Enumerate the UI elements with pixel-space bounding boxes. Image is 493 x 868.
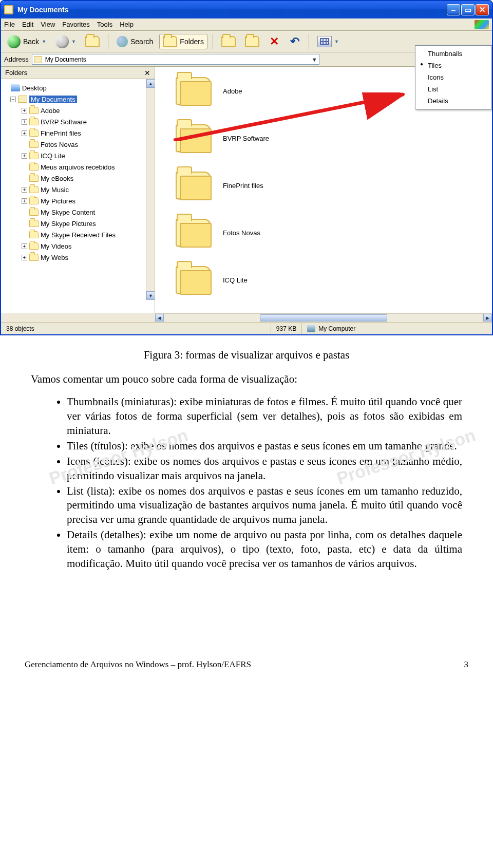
- folder-icon: [176, 124, 211, 152]
- folders-pane-title: Folders: [5, 69, 27, 77]
- back-button[interactable]: Back ▼: [4, 33, 49, 50]
- horizontal-scrollbar[interactable]: ◀ ▶: [155, 313, 492, 322]
- chevron-down-icon[interactable]: ▼: [312, 56, 317, 63]
- maximize-button[interactable]: ▭: [461, 4, 475, 15]
- tree-label: My Documents: [29, 96, 77, 103]
- folders-pane: Folders ✕ ▲ ▼ Desktop − My Documents +Ad…: [1, 67, 155, 313]
- address-field[interactable]: My Documents ▼: [32, 54, 319, 65]
- back-label: Back: [23, 37, 39, 46]
- toolbar-separator: [108, 34, 108, 49]
- tree-node[interactable]: +BVRP Software: [1, 116, 155, 127]
- tree-node[interactable]: +ICQ Lite: [1, 150, 155, 161]
- copy-to-button[interactable]: [242, 34, 262, 49]
- close-button[interactable]: ✕: [476, 4, 489, 15]
- list-item: Details (detalhes): exibe um nome de arq…: [67, 528, 462, 571]
- close-pane-button[interactable]: ✕: [144, 69, 150, 77]
- move-to-icon: [221, 36, 236, 47]
- tile-label: ICQ Lite: [223, 276, 248, 284]
- views-menu-item[interactable]: Details: [418, 95, 489, 107]
- tree-node-my-documents[interactable]: − My Documents: [1, 93, 155, 105]
- views-button[interactable]: ▼: [314, 34, 342, 49]
- expand-icon[interactable]: +: [22, 198, 27, 204]
- document-body: Figura 3: formas de visualizar arquivos …: [0, 345, 493, 571]
- search-button[interactable]: Search: [113, 34, 156, 49]
- menu-file[interactable]: File: [4, 21, 15, 28]
- my-documents-icon: [34, 56, 42, 63]
- list-item: List (lista): exibe os nomes dos arquivo…: [67, 484, 462, 527]
- toolbar-separator: [309, 34, 309, 49]
- tree-label: Fotos Novas: [41, 141, 78, 148]
- tree-node[interactable]: +My Videos: [1, 240, 155, 252]
- tile-item[interactable]: FinePrint files: [176, 172, 492, 199]
- tree-node[interactable]: Fotos Novas: [1, 139, 155, 150]
- folder-icon: [29, 129, 39, 137]
- delete-icon: ✕: [269, 36, 280, 47]
- expand-icon[interactable]: +: [22, 130, 27, 136]
- menu-tools[interactable]: Tools: [97, 21, 112, 28]
- expand-icon[interactable]: +: [22, 243, 27, 249]
- intro-paragraph: Vamos comentar um pouco sobre cada forma…: [31, 373, 462, 386]
- forward-button[interactable]: ▼: [52, 33, 79, 50]
- folder-icon: [29, 209, 39, 216]
- copy-to-icon: [245, 36, 259, 47]
- chevron-down-icon: ▼: [334, 39, 339, 44]
- scroll-up-icon[interactable]: ▲: [146, 79, 155, 88]
- bullet-list: Thumbnails (miniaturas): exibe miniatura…: [52, 395, 462, 571]
- minimize-button[interactable]: –: [447, 4, 460, 15]
- tile-item[interactable]: Fotos Novas: [176, 219, 492, 247]
- collapse-icon[interactable]: −: [10, 97, 16, 102]
- tree-node[interactable]: +My Music: [1, 184, 155, 195]
- tree-node[interactable]: Meus arquivos recebidos: [1, 161, 155, 173]
- tree-node[interactable]: +FinePrint files: [1, 127, 155, 139]
- tree-label: Adobe: [41, 107, 60, 115]
- status-bar: 38 objects 937 KB My Computer: [1, 322, 492, 334]
- folder-icon: [29, 242, 39, 250]
- tree-node[interactable]: +Adobe: [1, 105, 155, 116]
- folders-button[interactable]: Folders: [159, 34, 207, 49]
- tile-item[interactable]: ICQ Lite: [176, 266, 492, 294]
- my-documents-icon: [18, 96, 27, 103]
- tree-node-desktop[interactable]: Desktop: [1, 82, 155, 93]
- tile-label: FinePrint files: [223, 182, 263, 190]
- menu-view[interactable]: View: [41, 21, 55, 28]
- views-menu-item[interactable]: List: [418, 83, 489, 95]
- tree-node[interactable]: My eBooks: [1, 173, 155, 184]
- list-item: Tiles (títulos): exibe os nomes dos arqu…: [67, 439, 462, 454]
- tile-item[interactable]: BVRP Software: [176, 124, 492, 152]
- undo-button[interactable]: ↶: [286, 34, 304, 49]
- folder-icon: [29, 163, 39, 171]
- list-item: Icons (ícones): exibe os nomes dos arqui…: [67, 455, 462, 483]
- views-menu-item[interactable]: Icons: [418, 71, 489, 83]
- tree-node[interactable]: +My Pictures: [1, 195, 155, 206]
- expand-icon[interactable]: +: [22, 153, 27, 159]
- toolbar-separator: [213, 34, 213, 49]
- content-pane: ThumbnailsTilesIconsListDetails AdobeBVR…: [155, 67, 492, 313]
- delete-button[interactable]: ✕: [266, 34, 283, 49]
- folder-icon: [176, 266, 211, 294]
- move-to-button[interactable]: [218, 34, 239, 49]
- up-button[interactable]: [82, 34, 103, 49]
- tree-node[interactable]: My Skype Received Files: [1, 229, 155, 240]
- menu-edit[interactable]: Edit: [22, 21, 33, 28]
- views-menu-item[interactable]: Thumbnails: [418, 48, 489, 60]
- tree-node[interactable]: My Skype Pictures: [1, 218, 155, 229]
- scrollbar-thumb[interactable]: [260, 314, 388, 322]
- tree-node[interactable]: +My Webs: [1, 252, 155, 263]
- views-menu-item[interactable]: Tiles: [418, 60, 489, 71]
- vertical-scrollbar[interactable]: ▲ ▼: [146, 79, 155, 300]
- tree-node[interactable]: My Skype Content: [1, 206, 155, 218]
- expand-icon[interactable]: +: [22, 187, 27, 193]
- scroll-left-icon[interactable]: ◀: [155, 314, 164, 322]
- scroll-down-icon[interactable]: ▼: [146, 291, 155, 300]
- menu-help[interactable]: Help: [120, 21, 134, 28]
- status-location: My Computer: [302, 323, 361, 334]
- folder-icon: [176, 219, 211, 247]
- expand-icon[interactable]: +: [22, 108, 27, 114]
- scroll-right-icon[interactable]: ▶: [483, 314, 492, 322]
- expand-icon[interactable]: +: [22, 255, 27, 260]
- forward-arrow-icon: [55, 35, 69, 48]
- menu-favorites[interactable]: Favorites: [62, 21, 89, 28]
- expand-icon[interactable]: +: [22, 119, 27, 125]
- folder-icon: [29, 152, 39, 159]
- folder-icon: [29, 220, 39, 227]
